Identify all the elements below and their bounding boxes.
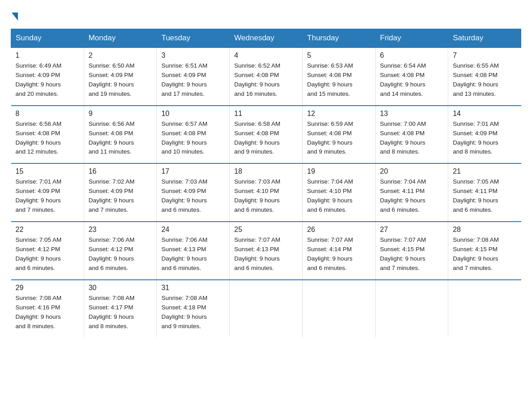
page-header (11, 11, 521, 20)
day-number: 28 (453, 226, 516, 234)
day-number: 13 (380, 110, 444, 118)
calendar-cell: 2Sunrise: 6:50 AMSunset: 4:09 PMDaylight… (84, 47, 157, 106)
day-info: Sunrise: 7:01 AMSunset: 4:09 PMDaylight:… (453, 120, 516, 157)
day-number: 21 (453, 167, 516, 176)
day-info: Sunrise: 7:07 AMSunset: 4:15 PMDaylight:… (380, 235, 444, 273)
week-row-1: 1Sunrise: 6:49 AMSunset: 4:09 PMDaylight… (11, 47, 521, 106)
calendar-cell: 17Sunrise: 7:03 AMSunset: 4:09 PMDayligh… (157, 163, 230, 222)
calendar-cell: 7Sunrise: 6:55 AMSunset: 4:08 PMDaylight… (448, 47, 521, 106)
day-info: Sunrise: 7:01 AMSunset: 4:09 PMDaylight:… (16, 177, 79, 215)
week-row-5: 29Sunrise: 7:08 AMSunset: 4:16 PMDayligh… (11, 280, 521, 338)
calendar-cell (375, 280, 448, 338)
day-number: 26 (307, 226, 371, 234)
day-info: Sunrise: 6:56 AMSunset: 4:08 PMDaylight:… (89, 120, 152, 157)
calendar-cell: 12Sunrise: 6:59 AMSunset: 4:08 PMDayligh… (302, 106, 375, 164)
calendar-cell: 25Sunrise: 7:07 AMSunset: 4:13 PMDayligh… (230, 222, 303, 280)
day-info: Sunrise: 7:03 AMSunset: 4:10 PMDaylight:… (234, 177, 298, 215)
day-number: 31 (161, 284, 225, 292)
week-row-4: 22Sunrise: 7:05 AMSunset: 4:12 PMDayligh… (11, 222, 521, 280)
day-number: 24 (161, 226, 225, 234)
day-number: 4 (234, 51, 298, 60)
calendar-cell: 16Sunrise: 7:02 AMSunset: 4:09 PMDayligh… (84, 163, 157, 222)
day-info: Sunrise: 6:49 AMSunset: 4:09 PMDaylight:… (16, 61, 79, 99)
day-info: Sunrise: 7:08 AMSunset: 4:15 PMDaylight:… (453, 235, 516, 273)
week-row-3: 15Sunrise: 7:01 AMSunset: 4:09 PMDayligh… (11, 163, 521, 222)
day-info: Sunrise: 6:53 AMSunset: 4:08 PMDaylight:… (307, 61, 371, 99)
calendar-cell: 13Sunrise: 7:00 AMSunset: 4:08 PMDayligh… (375, 106, 448, 164)
day-number: 5 (307, 51, 371, 60)
calendar-cell: 5Sunrise: 6:53 AMSunset: 4:08 PMDaylight… (302, 47, 375, 106)
calendar-cell: 20Sunrise: 7:04 AMSunset: 4:11 PMDayligh… (375, 163, 448, 222)
day-number: 22 (16, 226, 79, 234)
day-number: 2 (89, 51, 152, 60)
header-tuesday: Tuesday (157, 29, 230, 48)
calendar-cell: 18Sunrise: 7:03 AMSunset: 4:10 PMDayligh… (230, 163, 303, 222)
calendar-cell: 19Sunrise: 7:04 AMSunset: 4:10 PMDayligh… (302, 163, 375, 222)
calendar-cell: 15Sunrise: 7:01 AMSunset: 4:09 PMDayligh… (11, 163, 84, 222)
calendar-table: SundayMondayTuesdayWednesdayThursdayFrid… (11, 29, 521, 337)
day-info: Sunrise: 7:00 AMSunset: 4:08 PMDaylight:… (380, 120, 444, 157)
day-info: Sunrise: 6:56 AMSunset: 4:08 PMDaylight:… (16, 120, 79, 157)
calendar-cell: 9Sunrise: 6:56 AMSunset: 4:08 PMDaylight… (84, 106, 157, 164)
calendar-cell: 14Sunrise: 7:01 AMSunset: 4:09 PMDayligh… (448, 106, 521, 164)
day-number: 16 (89, 167, 152, 176)
calendar-cell: 21Sunrise: 7:05 AMSunset: 4:11 PMDayligh… (448, 163, 521, 222)
day-number: 17 (161, 167, 225, 176)
day-info: Sunrise: 7:02 AMSunset: 4:09 PMDaylight:… (89, 177, 152, 215)
day-number: 9 (89, 110, 152, 118)
calendar-cell (448, 280, 521, 338)
day-number: 29 (16, 284, 79, 292)
calendar-cell: 8Sunrise: 6:56 AMSunset: 4:08 PMDaylight… (11, 106, 84, 164)
day-number: 6 (380, 51, 444, 60)
day-info: Sunrise: 7:08 AMSunset: 4:17 PMDaylight:… (89, 294, 152, 331)
day-number: 12 (307, 110, 371, 118)
day-info: Sunrise: 7:06 AMSunset: 4:13 PMDaylight:… (161, 235, 225, 273)
calendar-cell: 30Sunrise: 7:08 AMSunset: 4:17 PMDayligh… (84, 280, 157, 338)
day-info: Sunrise: 7:04 AMSunset: 4:11 PMDaylight:… (380, 177, 444, 215)
day-info: Sunrise: 6:52 AMSunset: 4:08 PMDaylight:… (234, 61, 298, 99)
header-friday: Friday (375, 29, 448, 48)
day-info: Sunrise: 7:08 AMSunset: 4:16 PMDaylight:… (16, 294, 79, 331)
day-info: Sunrise: 6:59 AMSunset: 4:08 PMDaylight:… (307, 120, 371, 157)
day-info: Sunrise: 6:51 AMSunset: 4:09 PMDaylight:… (161, 61, 225, 99)
calendar-cell: 27Sunrise: 7:07 AMSunset: 4:15 PMDayligh… (375, 222, 448, 280)
day-number: 23 (89, 226, 152, 234)
day-info: Sunrise: 7:05 AMSunset: 4:11 PMDaylight:… (453, 177, 516, 215)
day-info: Sunrise: 7:05 AMSunset: 4:12 PMDaylight:… (16, 235, 79, 273)
day-number: 30 (89, 284, 152, 292)
day-info: Sunrise: 6:57 AMSunset: 4:08 PMDaylight:… (161, 120, 225, 157)
calendar-cell: 6Sunrise: 6:54 AMSunset: 4:08 PMDaylight… (375, 47, 448, 106)
day-number: 1 (16, 51, 79, 60)
day-info: Sunrise: 7:07 AMSunset: 4:13 PMDaylight:… (234, 235, 298, 273)
header-thursday: Thursday (302, 29, 375, 48)
day-info: Sunrise: 6:58 AMSunset: 4:08 PMDaylight:… (234, 120, 298, 157)
day-number: 18 (234, 167, 298, 176)
calendar-cell: 26Sunrise: 7:07 AMSunset: 4:14 PMDayligh… (302, 222, 375, 280)
calendar-cell: 1Sunrise: 6:49 AMSunset: 4:09 PMDaylight… (11, 47, 84, 106)
day-info: Sunrise: 6:50 AMSunset: 4:09 PMDaylight:… (89, 61, 152, 99)
day-number: 15 (16, 167, 79, 176)
header-sunday: Sunday (11, 29, 84, 48)
week-row-2: 8Sunrise: 6:56 AMSunset: 4:08 PMDaylight… (11, 106, 521, 164)
calendar-cell: 11Sunrise: 6:58 AMSunset: 4:08 PMDayligh… (230, 106, 303, 164)
header-saturday: Saturday (448, 29, 521, 48)
calendar-cell: 23Sunrise: 7:06 AMSunset: 4:12 PMDayligh… (84, 222, 157, 280)
day-number: 7 (453, 51, 516, 60)
calendar-cell: 22Sunrise: 7:05 AMSunset: 4:12 PMDayligh… (11, 222, 84, 280)
header-monday: Monday (84, 29, 157, 48)
day-number: 27 (380, 226, 444, 234)
day-number: 20 (380, 167, 444, 176)
logo-arrow-icon (12, 13, 18, 21)
calendar-cell: 4Sunrise: 6:52 AMSunset: 4:08 PMDaylight… (230, 47, 303, 106)
day-number: 11 (234, 110, 298, 118)
calendar-header-row: SundayMondayTuesdayWednesdayThursdayFrid… (11, 29, 521, 48)
calendar-cell: 3Sunrise: 6:51 AMSunset: 4:09 PMDaylight… (157, 47, 230, 106)
day-info: Sunrise: 7:04 AMSunset: 4:10 PMDaylight:… (307, 177, 371, 215)
logo (11, 11, 18, 20)
day-info: Sunrise: 7:03 AMSunset: 4:09 PMDaylight:… (161, 177, 225, 215)
calendar-cell (230, 280, 303, 338)
calendar-cell: 28Sunrise: 7:08 AMSunset: 4:15 PMDayligh… (448, 222, 521, 280)
day-info: Sunrise: 6:55 AMSunset: 4:08 PMDaylight:… (453, 61, 516, 99)
day-info: Sunrise: 7:07 AMSunset: 4:14 PMDaylight:… (307, 235, 371, 273)
day-info: Sunrise: 7:06 AMSunset: 4:12 PMDaylight:… (89, 235, 152, 273)
